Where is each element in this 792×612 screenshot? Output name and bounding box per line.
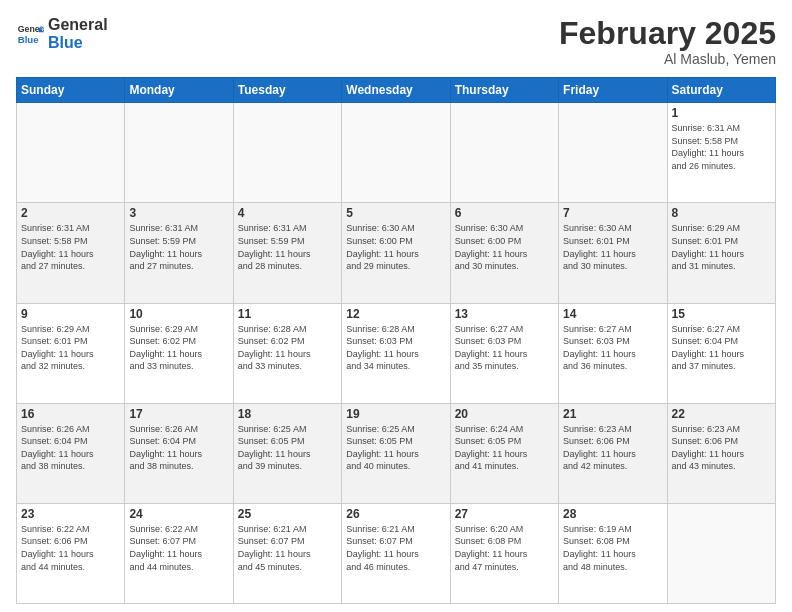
calendar-week-row: 23Sunrise: 6:22 AM Sunset: 6:06 PM Dayli… (17, 503, 776, 603)
day-number: 1 (672, 106, 771, 120)
col-header-monday: Monday (125, 78, 233, 103)
day-info: Sunrise: 6:30 AM Sunset: 6:01 PM Dayligh… (563, 222, 662, 272)
col-header-tuesday: Tuesday (233, 78, 341, 103)
day-info: Sunrise: 6:27 AM Sunset: 6:04 PM Dayligh… (672, 323, 771, 373)
day-info: Sunrise: 6:31 AM Sunset: 5:59 PM Dayligh… (129, 222, 228, 272)
calendar-cell (667, 503, 775, 603)
title-block: February 2025 Al Maslub, Yemen (559, 16, 776, 67)
day-number: 17 (129, 407, 228, 421)
calendar-cell: 8Sunrise: 6:29 AM Sunset: 6:01 PM Daylig… (667, 203, 775, 303)
calendar-cell: 17Sunrise: 6:26 AM Sunset: 6:04 PM Dayli… (125, 403, 233, 503)
day-number: 14 (563, 307, 662, 321)
calendar-cell: 12Sunrise: 6:28 AM Sunset: 6:03 PM Dayli… (342, 303, 450, 403)
logo: General Blue General Blue (16, 16, 108, 51)
day-info: Sunrise: 6:23 AM Sunset: 6:06 PM Dayligh… (672, 423, 771, 473)
calendar-cell: 2Sunrise: 6:31 AM Sunset: 5:58 PM Daylig… (17, 203, 125, 303)
day-info: Sunrise: 6:29 AM Sunset: 6:01 PM Dayligh… (672, 222, 771, 272)
day-number: 22 (672, 407, 771, 421)
day-number: 26 (346, 507, 445, 521)
calendar-cell: 3Sunrise: 6:31 AM Sunset: 5:59 PM Daylig… (125, 203, 233, 303)
day-number: 11 (238, 307, 337, 321)
calendar-cell: 27Sunrise: 6:20 AM Sunset: 6:08 PM Dayli… (450, 503, 558, 603)
calendar-cell: 10Sunrise: 6:29 AM Sunset: 6:02 PM Dayli… (125, 303, 233, 403)
day-number: 2 (21, 206, 120, 220)
calendar-week-row: 16Sunrise: 6:26 AM Sunset: 6:04 PM Dayli… (17, 403, 776, 503)
calendar-cell: 16Sunrise: 6:26 AM Sunset: 6:04 PM Dayli… (17, 403, 125, 503)
day-number: 24 (129, 507, 228, 521)
calendar-cell: 19Sunrise: 6:25 AM Sunset: 6:05 PM Dayli… (342, 403, 450, 503)
col-header-thursday: Thursday (450, 78, 558, 103)
day-number: 4 (238, 206, 337, 220)
day-info: Sunrise: 6:22 AM Sunset: 6:06 PM Dayligh… (21, 523, 120, 573)
day-number: 13 (455, 307, 554, 321)
calendar-cell: 20Sunrise: 6:24 AM Sunset: 6:05 PM Dayli… (450, 403, 558, 503)
calendar-cell: 25Sunrise: 6:21 AM Sunset: 6:07 PM Dayli… (233, 503, 341, 603)
day-info: Sunrise: 6:19 AM Sunset: 6:08 PM Dayligh… (563, 523, 662, 573)
day-number: 27 (455, 507, 554, 521)
day-info: Sunrise: 6:27 AM Sunset: 6:03 PM Dayligh… (455, 323, 554, 373)
day-number: 9 (21, 307, 120, 321)
calendar-cell: 7Sunrise: 6:30 AM Sunset: 6:01 PM Daylig… (559, 203, 667, 303)
calendar-cell (233, 103, 341, 203)
day-info: Sunrise: 6:28 AM Sunset: 6:03 PM Dayligh… (346, 323, 445, 373)
calendar-cell (17, 103, 125, 203)
calendar-cell: 13Sunrise: 6:27 AM Sunset: 6:03 PM Dayli… (450, 303, 558, 403)
logo-blue: Blue (48, 34, 108, 52)
calendar-title: February 2025 (559, 16, 776, 51)
day-info: Sunrise: 6:25 AM Sunset: 6:05 PM Dayligh… (346, 423, 445, 473)
page: General Blue General Blue February 2025 … (0, 0, 792, 612)
calendar-cell (450, 103, 558, 203)
calendar-cell: 4Sunrise: 6:31 AM Sunset: 5:59 PM Daylig… (233, 203, 341, 303)
day-number: 19 (346, 407, 445, 421)
day-info: Sunrise: 6:29 AM Sunset: 6:01 PM Dayligh… (21, 323, 120, 373)
day-info: Sunrise: 6:31 AM Sunset: 5:59 PM Dayligh… (238, 222, 337, 272)
calendar-subtitle: Al Maslub, Yemen (559, 51, 776, 67)
calendar-cell: 15Sunrise: 6:27 AM Sunset: 6:04 PM Dayli… (667, 303, 775, 403)
calendar-cell (559, 103, 667, 203)
svg-text:Blue: Blue (18, 33, 39, 44)
day-info: Sunrise: 6:29 AM Sunset: 6:02 PM Dayligh… (129, 323, 228, 373)
day-number: 7 (563, 206, 662, 220)
calendar-cell: 22Sunrise: 6:23 AM Sunset: 6:06 PM Dayli… (667, 403, 775, 503)
calendar-week-row: 9Sunrise: 6:29 AM Sunset: 6:01 PM Daylig… (17, 303, 776, 403)
day-number: 3 (129, 206, 228, 220)
calendar-cell: 1Sunrise: 6:31 AM Sunset: 5:58 PM Daylig… (667, 103, 775, 203)
header: General Blue General Blue February 2025 … (16, 16, 776, 67)
calendar-cell: 11Sunrise: 6:28 AM Sunset: 6:02 PM Dayli… (233, 303, 341, 403)
day-number: 23 (21, 507, 120, 521)
calendar-cell: 24Sunrise: 6:22 AM Sunset: 6:07 PM Dayli… (125, 503, 233, 603)
day-info: Sunrise: 6:21 AM Sunset: 6:07 PM Dayligh… (238, 523, 337, 573)
day-number: 12 (346, 307, 445, 321)
calendar-week-row: 2Sunrise: 6:31 AM Sunset: 5:58 PM Daylig… (17, 203, 776, 303)
day-info: Sunrise: 6:25 AM Sunset: 6:05 PM Dayligh… (238, 423, 337, 473)
day-info: Sunrise: 6:20 AM Sunset: 6:08 PM Dayligh… (455, 523, 554, 573)
day-number: 16 (21, 407, 120, 421)
col-header-saturday: Saturday (667, 78, 775, 103)
col-header-sunday: Sunday (17, 78, 125, 103)
calendar-cell: 5Sunrise: 6:30 AM Sunset: 6:00 PM Daylig… (342, 203, 450, 303)
day-info: Sunrise: 6:27 AM Sunset: 6:03 PM Dayligh… (563, 323, 662, 373)
calendar-cell: 26Sunrise: 6:21 AM Sunset: 6:07 PM Dayli… (342, 503, 450, 603)
day-number: 20 (455, 407, 554, 421)
calendar-cell: 14Sunrise: 6:27 AM Sunset: 6:03 PM Dayli… (559, 303, 667, 403)
day-number: 25 (238, 507, 337, 521)
day-info: Sunrise: 6:31 AM Sunset: 5:58 PM Dayligh… (672, 122, 771, 172)
day-number: 15 (672, 307, 771, 321)
day-info: Sunrise: 6:23 AM Sunset: 6:06 PM Dayligh… (563, 423, 662, 473)
calendar-header-row: SundayMondayTuesdayWednesdayThursdayFrid… (17, 78, 776, 103)
logo-general: General (48, 16, 108, 34)
calendar-cell: 23Sunrise: 6:22 AM Sunset: 6:06 PM Dayli… (17, 503, 125, 603)
day-number: 6 (455, 206, 554, 220)
day-number: 21 (563, 407, 662, 421)
day-info: Sunrise: 6:22 AM Sunset: 6:07 PM Dayligh… (129, 523, 228, 573)
calendar-cell: 6Sunrise: 6:30 AM Sunset: 6:00 PM Daylig… (450, 203, 558, 303)
day-info: Sunrise: 6:30 AM Sunset: 6:00 PM Dayligh… (455, 222, 554, 272)
day-info: Sunrise: 6:26 AM Sunset: 6:04 PM Dayligh… (21, 423, 120, 473)
day-info: Sunrise: 6:31 AM Sunset: 5:58 PM Dayligh… (21, 222, 120, 272)
logo-icon: General Blue (16, 20, 44, 48)
day-number: 5 (346, 206, 445, 220)
day-number: 18 (238, 407, 337, 421)
calendar-cell (125, 103, 233, 203)
col-header-friday: Friday (559, 78, 667, 103)
day-number: 10 (129, 307, 228, 321)
